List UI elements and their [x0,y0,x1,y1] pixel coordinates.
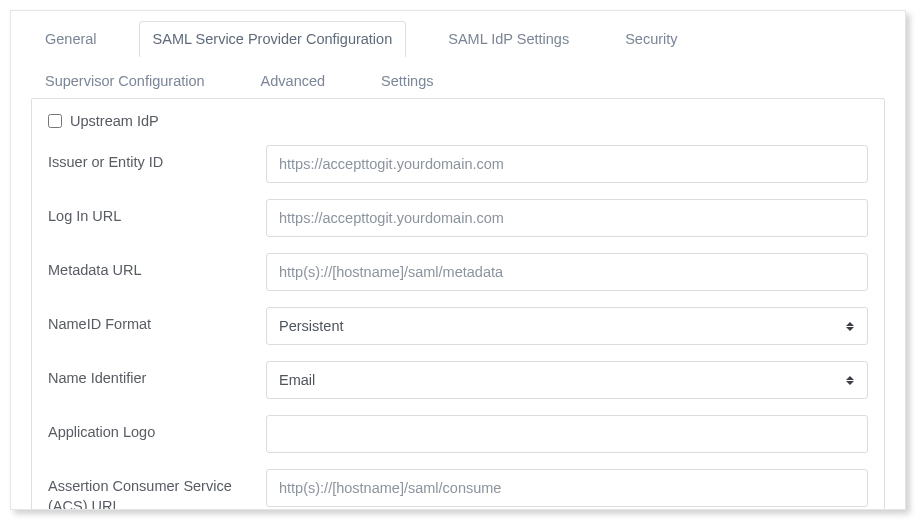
name-identifier-select[interactable]: Email [266,361,868,399]
upstream-idp-label[interactable]: Upstream IdP [70,113,159,129]
login-url-input[interactable] [266,199,868,237]
application-logo-input[interactable] [266,415,868,453]
issuer-label: Issuer or Entity ID [48,145,266,173]
tab-security[interactable]: Security [611,21,691,57]
tab-general[interactable]: General [31,21,111,57]
login-url-label: Log In URL [48,199,266,227]
tab-bar: General SAML Service Provider Configurat… [11,11,905,99]
tab-saml-sp[interactable]: SAML Service Provider Configuration [139,21,407,57]
nameid-format-select[interactable]: Persistent [266,307,868,345]
saml-sp-panel: Upstream IdP Issuer or Entity ID Log In … [31,98,885,510]
acs-url-input[interactable] [266,469,868,507]
tab-saml-idp[interactable]: SAML IdP Settings [434,21,583,57]
nameid-format-value: Persistent [279,318,343,334]
application-logo-label: Application Logo [48,415,266,443]
name-identifier-value: Email [279,372,315,388]
name-identifier-label: Name Identifier [48,361,266,389]
tab-supervisor[interactable]: Supervisor Configuration [31,63,219,99]
config-card: General SAML Service Provider Configurat… [10,10,906,510]
issuer-input[interactable] [266,145,868,183]
sort-icon [845,319,855,333]
sort-icon [845,373,855,387]
metadata-url-label: Metadata URL [48,253,266,281]
upstream-idp-checkbox[interactable] [48,114,62,128]
tab-advanced[interactable]: Advanced [247,63,340,99]
metadata-url-input[interactable] [266,253,868,291]
nameid-format-label: NameID Format [48,307,266,335]
tab-settings[interactable]: Settings [367,63,447,99]
acs-url-label: Assertion Consumer Service (ACS) URL [48,469,266,510]
